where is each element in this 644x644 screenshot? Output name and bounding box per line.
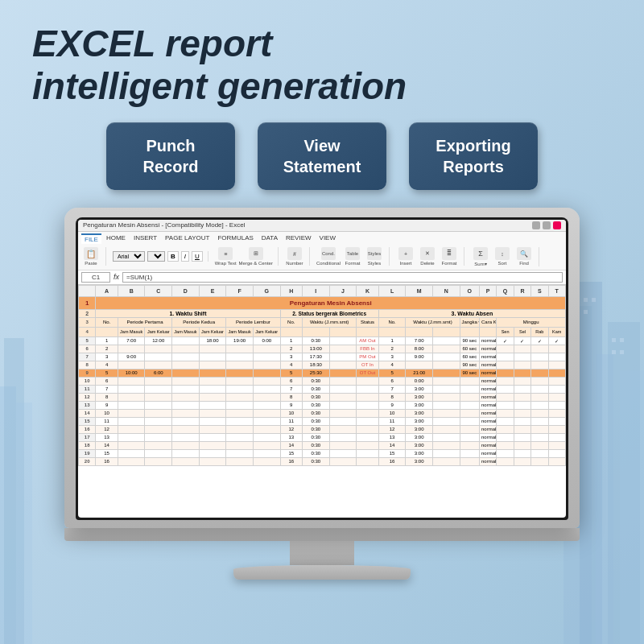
cell-4-m[interactable]: [406, 361, 433, 369]
cell-1-h[interactable]: 1: [280, 336, 303, 345]
cell-1-g[interactable]: 0:00: [253, 336, 280, 345]
tab-file[interactable]: FILE: [81, 233, 101, 244]
cell-5-l[interactable]: 5: [378, 369, 406, 377]
cell-1-s[interactable]: ✓: [531, 336, 548, 345]
cell-2-b[interactable]: [118, 345, 145, 353]
cell-2-a[interactable]: 2: [96, 345, 118, 353]
cell-styles-icon-box[interactable]: Styles Styles: [365, 247, 384, 266]
tab-review[interactable]: REVIEW: [283, 233, 315, 244]
cell-1-m[interactable]: 7:00: [406, 336, 433, 345]
cell-6-a[interactable]: 6: [96, 377, 118, 385]
cell-3-d[interactable]: [172, 353, 200, 361]
cell-3-r[interactable]: [514, 353, 530, 361]
cell-1-j[interactable]: [329, 336, 357, 345]
cell-5-o[interactable]: 90 sec: [460, 369, 479, 377]
cell-2-h[interactable]: 2: [280, 345, 303, 353]
cell-3-p[interactable]: normal: [480, 353, 497, 361]
col-a[interactable]: A: [96, 285, 118, 296]
cell-3-g[interactable]: [253, 353, 280, 361]
bold-button[interactable]: B: [167, 251, 179, 262]
cell-2-g[interactable]: [253, 345, 280, 353]
col-j[interactable]: J: [329, 285, 357, 296]
formula-input[interactable]: [122, 272, 563, 283]
cell-2-m[interactable]: 8:00: [406, 345, 433, 353]
cell-2-n[interactable]: [432, 345, 460, 353]
format-table-icon-box[interactable]: Table Format: [343, 247, 362, 266]
cell-3-j[interactable]: [329, 353, 357, 361]
cell-5-b[interactable]: 10:00: [118, 369, 145, 377]
font-family-select[interactable]: Arial: [113, 251, 145, 262]
cell-4-t[interactable]: [548, 361, 565, 369]
cell-1-e[interactable]: 18:00: [199, 336, 226, 345]
minimize-button[interactable]: [532, 221, 540, 229]
col-s[interactable]: S: [531, 285, 548, 296]
cell-2-r[interactable]: [514, 345, 530, 353]
cell-1-l[interactable]: 1: [378, 336, 406, 345]
cell-2-l[interactable]: 2: [378, 345, 406, 353]
col-d[interactable]: D: [172, 285, 200, 296]
col-g[interactable]: G: [253, 285, 280, 296]
cell-4-i[interactable]: 18:30: [303, 361, 330, 369]
col-q[interactable]: Q: [497, 285, 514, 296]
cell-1-n[interactable]: [432, 336, 460, 345]
italic-button[interactable]: I: [181, 251, 189, 262]
cell-5-p[interactable]: normal: [480, 369, 497, 377]
cell-3-c[interactable]: [145, 353, 172, 361]
cell-5-q[interactable]: [497, 369, 514, 377]
cell-4-f[interactable]: [226, 361, 254, 369]
cell-1-a[interactable]: 1: [96, 336, 118, 345]
cell-1-c[interactable]: 12:00: [145, 336, 172, 345]
col-f[interactable]: F: [226, 285, 254, 296]
find-icon-box[interactable]: 🔍 Find: [514, 247, 534, 266]
cell-4-r[interactable]: [514, 361, 530, 369]
cell-3-o[interactable]: 60 sec: [460, 353, 479, 361]
cell-4-h[interactable]: 4: [280, 361, 303, 369]
col-e[interactable]: E: [199, 285, 226, 296]
col-k[interactable]: K: [357, 285, 379, 296]
cell-5-f[interactable]: [226, 369, 254, 377]
tab-formulas[interactable]: FORMULAS: [214, 233, 256, 244]
close-button[interactable]: [553, 221, 561, 229]
cell-3-q[interactable]: [497, 353, 514, 361]
delete-cells-icon-box[interactable]: ✕ Delete: [418, 247, 437, 266]
cell-4-q[interactable]: [497, 361, 514, 369]
font-size-select[interactable]: 10 11 12: [147, 251, 165, 262]
col-p[interactable]: P: [480, 285, 497, 296]
maximize-button[interactable]: [543, 221, 551, 229]
cell-1-b[interactable]: 7:00: [118, 336, 145, 345]
cell-4-c[interactable]: [145, 361, 172, 369]
sort-icon-box[interactable]: ↕ Sort: [493, 247, 512, 266]
cell-4-g[interactable]: [253, 361, 280, 369]
cell-5-k[interactable]: OT Out: [357, 369, 379, 377]
number-format-icon-box[interactable]: # Number: [285, 247, 304, 266]
cell-1-k[interactable]: AM Out: [357, 336, 379, 345]
cell-2-d[interactable]: [172, 345, 200, 353]
cell-5-g[interactable]: [253, 369, 280, 377]
col-n[interactable]: N: [432, 285, 460, 296]
cell-3-k[interactable]: PM Out: [357, 353, 379, 361]
cell-3-s[interactable]: [531, 353, 548, 361]
cell-3-l[interactable]: 3: [378, 353, 406, 361]
col-m[interactable]: M: [406, 285, 433, 296]
cell-1-t[interactable]: ✓: [548, 336, 565, 345]
tab-home[interactable]: HOME: [103, 233, 129, 244]
cell-3-f[interactable]: [226, 353, 254, 361]
cell-4-k[interactable]: OT In: [357, 361, 379, 369]
cell-5-e[interactable]: [199, 369, 226, 377]
cell-5-r[interactable]: [514, 369, 530, 377]
cell-4-p[interactable]: normal: [480, 361, 497, 369]
cell-5-j[interactable]: [329, 369, 357, 377]
cell-5-a[interactable]: 5: [96, 369, 118, 377]
cell-2-p[interactable]: normal: [480, 345, 497, 353]
underline-button[interactable]: U: [192, 251, 203, 262]
cell-3-b[interactable]: 9:00: [118, 353, 145, 361]
col-h[interactable]: H: [280, 285, 303, 296]
format-cells-icon-box[interactable]: ≣ Format: [440, 247, 459, 266]
cell-3-e[interactable]: [199, 353, 226, 361]
cell-1-d[interactable]: [172, 336, 200, 345]
cell-4-d[interactable]: [172, 361, 200, 369]
conditional-formatting-icon-box[interactable]: Cond. Conditional: [316, 247, 341, 266]
cell-3-n[interactable]: [432, 353, 460, 361]
cell-4-l[interactable]: 4: [378, 361, 406, 369]
col-r[interactable]: R: [514, 285, 530, 296]
